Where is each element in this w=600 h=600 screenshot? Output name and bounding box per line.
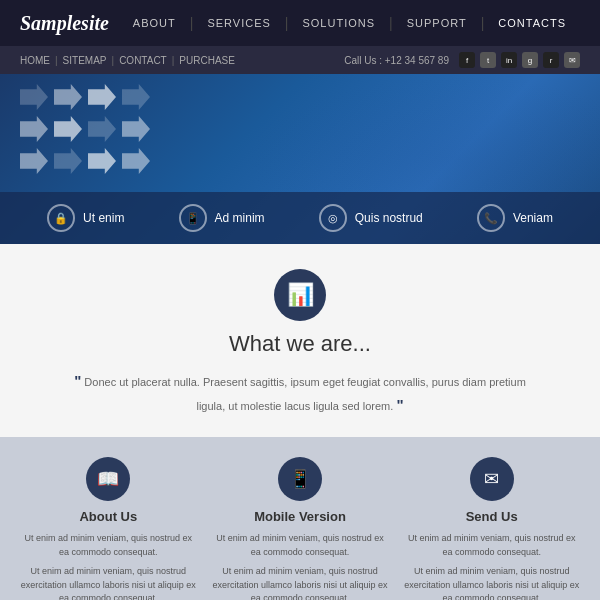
- bc-sep-2: |: [112, 55, 115, 66]
- feature-label-2: Ad minim: [215, 211, 265, 225]
- feature-label-3: Quis nostrud: [355, 211, 423, 225]
- footer-col-about: 📖 About Us Ut enim ad minim veniam, quis…: [20, 457, 197, 600]
- arrow-12: [122, 148, 150, 174]
- feature-icon-2: 📱: [179, 204, 207, 232]
- bc-home[interactable]: HOME: [20, 55, 50, 66]
- arrow-2: [54, 84, 82, 110]
- quote-close: ": [396, 396, 403, 413]
- hero-feature-2: 📱 Ad minim: [179, 204, 265, 232]
- footer-icon-mobile: 📱: [278, 457, 322, 501]
- what-quote-text: Donec ut placerat nulla. Praesent sagitt…: [84, 376, 525, 412]
- arrow-4: [122, 84, 150, 110]
- what-title: What we are...: [60, 331, 540, 357]
- hero-feature-4: 📞 Veniam: [477, 204, 553, 232]
- nav-services[interactable]: SERVICES: [193, 17, 284, 29]
- feature-label-4: Veniam: [513, 211, 553, 225]
- arrow-10: [54, 148, 82, 174]
- bc-purchase[interactable]: PURCHASE: [179, 55, 235, 66]
- footer-col-title-send: Send Us: [403, 509, 580, 524]
- logo[interactable]: Samplesite: [20, 12, 109, 35]
- feature-icon-3: ◎: [319, 204, 347, 232]
- quote-open: ": [74, 372, 81, 389]
- nav-links: ABOUT | SERVICES | SOLUTIONS | SUPPORT |…: [119, 15, 580, 31]
- arrow-1: [20, 84, 48, 110]
- bc-sep-3: |: [172, 55, 175, 66]
- social-icons: f t in g r ✉: [459, 52, 580, 68]
- arrow-9: [20, 148, 48, 174]
- feature-icon-4: 📞: [477, 204, 505, 232]
- what-quote: " Donec ut placerat nulla. Praesent sagi…: [60, 369, 540, 417]
- nav-contacts[interactable]: CONTACTS: [484, 17, 580, 29]
- call-us: Call Us : +12 34 567 89: [344, 55, 449, 66]
- nav-about[interactable]: ABOUT: [119, 17, 190, 29]
- nav-support[interactable]: SUPPORT: [393, 17, 481, 29]
- what-section: 📊 What we are... " Donec ut placerat nul…: [0, 244, 600, 437]
- social-icon-5[interactable]: r: [543, 52, 559, 68]
- breadcrumb-bar: HOME | SITEMAP | CONTACT | PURCHASE Call…: [0, 46, 600, 74]
- what-icon: 📊: [274, 269, 326, 321]
- footer-col-text-about: Ut enim ad minim veniam, quis nostrud ex…: [20, 532, 197, 600]
- footer-cols: 📖 About Us Ut enim ad minim veniam, quis…: [20, 457, 580, 600]
- arrow-7: [88, 116, 116, 142]
- bc-sitemap[interactable]: SITEMAP: [63, 55, 107, 66]
- feature-icon-1: 🔒: [47, 204, 75, 232]
- social-icon-1[interactable]: f: [459, 52, 475, 68]
- hero-feature-1: 🔒 Ut enim: [47, 204, 124, 232]
- footer-col-title-about: About Us: [20, 509, 197, 524]
- social-icon-2[interactable]: t: [480, 52, 496, 68]
- arrow-6: [54, 116, 82, 142]
- footer-col-mobile: 📱 Mobile Version Ut enim ad minim veniam…: [212, 457, 389, 600]
- arrow-8: [122, 116, 150, 142]
- hero: 🔒 Ut enim 📱 Ad minim ◎ Quis nostrud 📞 Ve…: [0, 74, 600, 244]
- hero-features: 🔒 Ut enim 📱 Ad minim ◎ Quis nostrud 📞 Ve…: [0, 192, 600, 244]
- footer-col-title-mobile: Mobile Version: [212, 509, 389, 524]
- social-icon-4[interactable]: g: [522, 52, 538, 68]
- feature-label-1: Ut enim: [83, 211, 124, 225]
- footer-icon-about: 📖: [86, 457, 130, 501]
- footer-col-send: ✉ Send Us Ut enim ad minim veniam, quis …: [403, 457, 580, 600]
- nav-solutions[interactable]: SOLUTIONS: [288, 17, 389, 29]
- bc-sep-1: |: [55, 55, 58, 66]
- arrow-11: [88, 148, 116, 174]
- arrow-5: [20, 116, 48, 142]
- top-nav: Samplesite ABOUT | SERVICES | SOLUTIONS …: [0, 0, 600, 46]
- social-icon-6[interactable]: ✉: [564, 52, 580, 68]
- arrow-3: [88, 84, 116, 110]
- hero-feature-3: ◎ Quis nostrud: [319, 204, 423, 232]
- footer-icon-send: ✉: [470, 457, 514, 501]
- footer-section: 📖 About Us Ut enim ad minim veniam, quis…: [0, 437, 600, 600]
- social-icon-3[interactable]: in: [501, 52, 517, 68]
- hero-arrows: [20, 84, 152, 176]
- footer-col-text-mobile: Ut enim ad minim veniam, quis nostrud ex…: [212, 532, 389, 600]
- footer-col-text-send: Ut enim ad minim veniam, quis nostrud ex…: [403, 532, 580, 600]
- bc-contact[interactable]: CONTACT: [119, 55, 167, 66]
